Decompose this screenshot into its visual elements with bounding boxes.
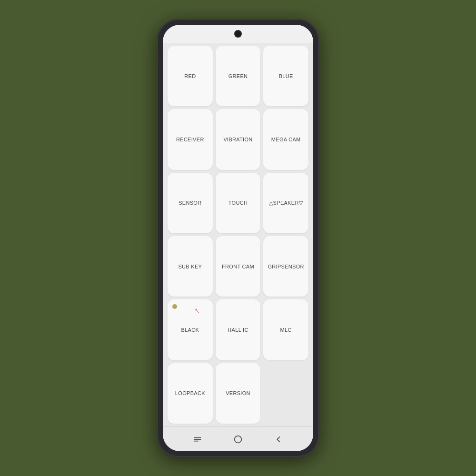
cell-label-receiver: RECEIVER: [174, 136, 206, 143]
cell-label-black: BLACK: [179, 327, 201, 333]
cell-label-red: RED: [182, 73, 198, 79]
cell-label-gripsensor: GRIPSENSOR: [266, 263, 306, 270]
cell-label-speaker: △SPEAKER▽: [267, 199, 305, 206]
grid-cell-sub-key[interactable]: SUB KEY: [168, 236, 213, 297]
grid-cell-empty1: [263, 363, 308, 424]
phone-device: REDGREENBLUERECEIVERVIBRATIONMEGA CAMSEN…: [157, 19, 319, 457]
cell-label-sensor: SENSOR: [177, 199, 203, 206]
cell-label-mega-cam: MEGA CAM: [269, 136, 303, 143]
red-arrow-icon: →: [190, 305, 204, 317]
phone-screen: REDGREENBLUERECEIVERVIBRATIONMEGA CAMSEN…: [163, 25, 313, 451]
grid-cell-mlc[interactable]: MLC: [263, 299, 308, 360]
grid-cell-green[interactable]: GREEN: [216, 46, 261, 106]
cell-label-vibration: VIBRATION: [221, 136, 254, 143]
navigation-bar: [163, 426, 313, 451]
grid-cell-hall-ic[interactable]: HALL IC: [216, 299, 261, 360]
cell-label-touch: TOUCH: [227, 199, 249, 206]
recent-apps-button[interactable]: [188, 430, 207, 448]
cell-label-sub-key: SUB KEY: [176, 263, 204, 270]
front-camera-dot: [235, 31, 241, 37]
grid-cell-receiver[interactable]: RECEIVER: [168, 109, 213, 169]
grid-cell-black[interactable]: →BLACK: [168, 299, 213, 360]
grid-cell-front-cam[interactable]: FRONT CAM: [216, 236, 261, 297]
grid-cell-gripsensor[interactable]: GRIPSENSOR: [263, 236, 308, 297]
grid-cell-loopback[interactable]: LOOPBACK: [168, 363, 213, 424]
grid-cell-red[interactable]: RED: [168, 46, 213, 106]
grid-cell-version[interactable]: VERSION: [216, 363, 261, 424]
cell-label-green: GREEN: [227, 73, 250, 79]
cell-label-loopback: LOOPBACK: [173, 390, 207, 397]
cell-label-hall-ic: HALL IC: [226, 327, 250, 333]
grid-cell-speaker[interactable]: △SPEAKER▽: [263, 173, 308, 233]
cell-indicator-dot: [172, 304, 177, 309]
app-grid: REDGREENBLUERECEIVERVIBRATIONMEGA CAMSEN…: [163, 43, 313, 426]
cell-label-mlc: MLC: [278, 327, 294, 333]
cell-label-blue: BLUE: [277, 73, 295, 79]
svg-point-3: [235, 436, 242, 443]
cell-label-front-cam: FRONT CAM: [220, 263, 256, 270]
home-button[interactable]: [229, 430, 247, 448]
grid-cell-blue[interactable]: BLUE: [263, 46, 308, 106]
grid-cell-mega-cam[interactable]: MEGA CAM: [263, 109, 308, 169]
screen-top-bar: [163, 25, 313, 43]
grid-cell-touch[interactable]: TOUCH: [216, 173, 261, 233]
back-button[interactable]: [269, 430, 288, 448]
grid-cell-sensor[interactable]: SENSOR: [168, 173, 213, 233]
cell-label-version: VERSION: [224, 390, 252, 397]
grid-cell-vibration[interactable]: VIBRATION: [216, 109, 261, 169]
